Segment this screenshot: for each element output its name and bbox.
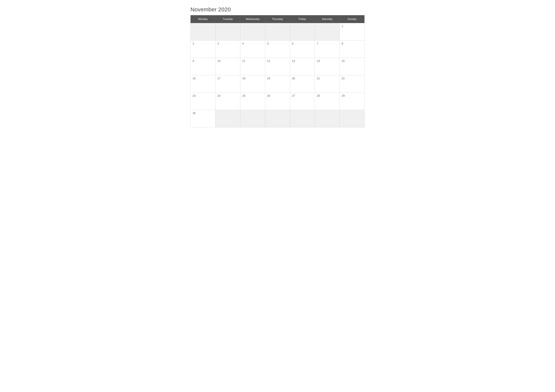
day-number: 22 bbox=[342, 77, 345, 80]
calendar-day-cell[interactable]: 13 bbox=[290, 58, 315, 75]
calendar-day-cell[interactable] bbox=[290, 110, 315, 127]
calendar-day-cell[interactable]: 14 bbox=[315, 58, 340, 75]
day-number: 3 bbox=[217, 42, 219, 45]
calendar-day-cell[interactable]: 10 bbox=[215, 58, 240, 75]
day-number: 25 bbox=[242, 94, 245, 97]
calendar-day-cell[interactable]: 19 bbox=[265, 75, 290, 93]
calendar-week-row: 16171819202122 bbox=[191, 75, 365, 93]
day-number: 4 bbox=[242, 42, 244, 45]
calendar-day-cell[interactable]: 27 bbox=[290, 93, 315, 110]
day-number: 21 bbox=[317, 77, 320, 80]
header-sunday: Sunday bbox=[340, 15, 365, 23]
calendar-day-cell[interactable] bbox=[265, 23, 290, 41]
day-number: 17 bbox=[217, 77, 220, 80]
calendar-week-row: 2345678 bbox=[191, 41, 365, 58]
calendar-day-cell[interactable]: 25 bbox=[240, 93, 265, 110]
calendar-day-cell[interactable] bbox=[265, 110, 290, 127]
header-tuesday: Tuesday bbox=[215, 15, 240, 23]
calendar-day-cell[interactable]: 8 bbox=[340, 41, 365, 58]
day-number: 16 bbox=[193, 77, 196, 80]
day-number: 7 bbox=[317, 42, 318, 45]
day-number: 19 bbox=[267, 77, 270, 80]
calendar-day-cell[interactable]: 3 bbox=[215, 41, 240, 58]
calendar-week-row: 1 bbox=[191, 23, 365, 41]
header-wednesday: Wednesday bbox=[240, 15, 265, 23]
calendar-day-cell[interactable]: 12 bbox=[265, 58, 290, 75]
day-number: 26 bbox=[267, 94, 270, 97]
day-number: 8 bbox=[342, 42, 343, 45]
calendar-day-cell[interactable]: 21 bbox=[315, 75, 340, 93]
calendar-day-cell[interactable] bbox=[290, 23, 315, 41]
calendar-day-cell[interactable] bbox=[315, 110, 340, 127]
day-number: 15 bbox=[342, 59, 345, 63]
header-friday: Friday bbox=[290, 15, 315, 23]
day-number: 18 bbox=[242, 77, 245, 80]
day-number: 29 bbox=[342, 94, 345, 97]
calendar-title: November 2020 bbox=[190, 6, 365, 13]
calendar-table: Monday Tuesday Wednesday Thursday Friday… bbox=[190, 15, 365, 127]
calendar-body: 1234567891011121314151617181920212223242… bbox=[191, 23, 365, 127]
calendar-day-cell[interactable]: 22 bbox=[340, 75, 365, 93]
day-number: 1 bbox=[342, 25, 343, 28]
day-number: 24 bbox=[217, 94, 220, 97]
day-number: 30 bbox=[193, 112, 196, 115]
calendar-day-cell[interactable]: 2 bbox=[191, 41, 215, 58]
day-number: 9 bbox=[193, 59, 194, 63]
calendar-day-cell[interactable]: 26 bbox=[265, 93, 290, 110]
calendar-day-cell[interactable]: 28 bbox=[315, 93, 340, 110]
calendar-day-cell[interactable]: 29 bbox=[340, 93, 365, 110]
calendar-week-row: 23242526272829 bbox=[191, 93, 365, 110]
calendar-day-cell[interactable]: 4 bbox=[240, 41, 265, 58]
day-number: 2 bbox=[193, 42, 194, 45]
calendar-day-cell[interactable]: 24 bbox=[215, 93, 240, 110]
day-number: 6 bbox=[292, 42, 293, 45]
header-monday: Monday bbox=[191, 15, 215, 23]
calendar-day-cell[interactable] bbox=[191, 23, 215, 41]
day-number: 20 bbox=[292, 77, 295, 80]
day-number: 28 bbox=[317, 94, 320, 97]
calendar-week-row: 9101112131415 bbox=[191, 58, 365, 75]
calendar-day-cell[interactable] bbox=[240, 110, 265, 127]
calendar-day-cell[interactable]: 17 bbox=[215, 75, 240, 93]
calendar-day-cell[interactable]: 7 bbox=[315, 41, 340, 58]
calendar-day-cell[interactable]: 6 bbox=[290, 41, 315, 58]
day-number: 14 bbox=[317, 59, 320, 63]
calendar-week-row: 30 bbox=[191, 110, 365, 127]
day-number: 5 bbox=[267, 42, 269, 45]
calendar-day-cell[interactable] bbox=[215, 110, 240, 127]
calendar-day-cell[interactable] bbox=[340, 110, 365, 127]
calendar-day-cell[interactable]: 5 bbox=[265, 41, 290, 58]
day-number: 23 bbox=[193, 94, 196, 97]
header-thursday: Thursday bbox=[265, 15, 290, 23]
day-number: 10 bbox=[217, 59, 220, 63]
day-number: 11 bbox=[242, 59, 245, 63]
calendar-day-cell[interactable]: 18 bbox=[240, 75, 265, 93]
calendar-day-cell[interactable]: 30 bbox=[191, 110, 215, 127]
calendar-day-cell[interactable]: 23 bbox=[191, 93, 215, 110]
calendar-day-cell[interactable]: 9 bbox=[191, 58, 215, 75]
weekday-header-row: Monday Tuesday Wednesday Thursday Friday… bbox=[191, 15, 365, 23]
day-number: 27 bbox=[292, 94, 295, 97]
day-number: 12 bbox=[267, 59, 270, 63]
calendar-day-cell[interactable]: 1 bbox=[340, 23, 365, 41]
day-number: 13 bbox=[292, 59, 295, 63]
calendar-day-cell[interactable] bbox=[240, 23, 265, 41]
calendar-day-cell[interactable]: 15 bbox=[340, 58, 365, 75]
calendar-day-cell[interactable]: 16 bbox=[191, 75, 215, 93]
calendar-day-cell[interactable] bbox=[315, 23, 340, 41]
calendar-day-cell[interactable] bbox=[215, 23, 240, 41]
calendar-day-cell[interactable]: 20 bbox=[290, 75, 315, 93]
header-saturday: Saturday bbox=[315, 15, 340, 23]
calendar-day-cell[interactable]: 11 bbox=[240, 58, 265, 75]
